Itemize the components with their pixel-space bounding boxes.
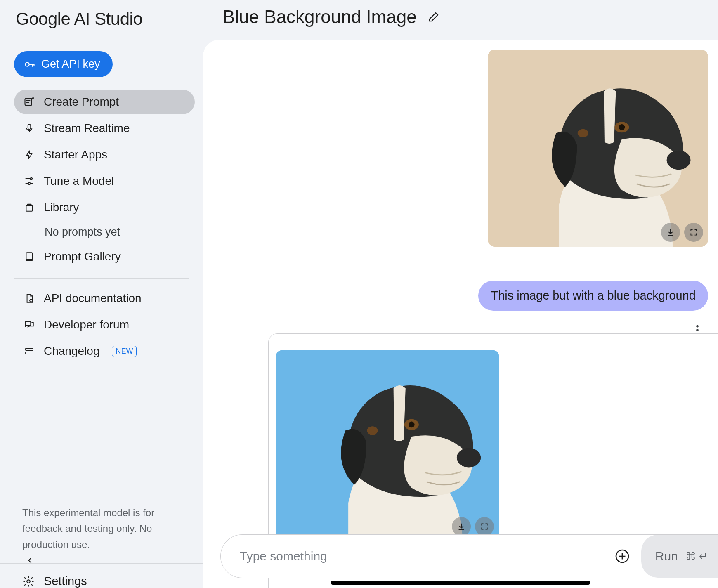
create-prompt-icon: [23, 96, 35, 108]
docs-icon: [23, 293, 35, 304]
svg-rect-5: [26, 206, 32, 211]
download-image-button[interactable]: [661, 223, 680, 242]
svg-point-20: [457, 448, 481, 468]
library-icon: [23, 202, 35, 213]
svg-rect-8: [26, 348, 33, 350]
gallery-icon: [23, 251, 35, 262]
tune-icon: [23, 175, 35, 187]
get-api-key-button[interactable]: Get API key: [14, 51, 113, 77]
user-message-text: This image but with a blue background: [491, 289, 696, 302]
get-api-key-label: Get API key: [41, 58, 100, 71]
run-shortcut: ⌘ ↵: [685, 550, 708, 563]
user-message-bubble: This image but with a blue background: [478, 281, 708, 311]
sidebar-item-library[interactable]: Library: [14, 195, 195, 220]
sidebar-item-tune-model[interactable]: Tune a Model: [14, 169, 195, 194]
svg-point-22: [409, 422, 415, 428]
svg-point-17: [696, 329, 699, 331]
bolt-icon: [23, 149, 35, 161]
sidebar-item-label: Starter Apps: [44, 148, 107, 161]
svg-point-23: [367, 426, 378, 435]
svg-point-4: [28, 183, 31, 185]
prompt-input[interactable]: [240, 549, 603, 563]
sidebar-item-label: Create Prompt: [44, 95, 119, 109]
page-title: Blue Background Image: [223, 7, 417, 27]
sidebar-item-label: Stream Realtime: [44, 122, 130, 135]
user-uploaded-image: [488, 50, 708, 247]
sidebar-item-stream-realtime[interactable]: Stream Realtime: [14, 116, 195, 141]
sidebar-item-starter-apps[interactable]: Starter Apps: [14, 142, 195, 167]
collapse-sidebar-button[interactable]: [23, 553, 37, 567]
sidebar-item-label: Developer forum: [44, 318, 129, 331]
svg-point-3: [30, 178, 32, 180]
key-icon: [24, 59, 35, 70]
composer: Run ⌘ ↵: [220, 534, 718, 578]
sidebar-item-create-prompt[interactable]: Create Prompt: [14, 90, 195, 114]
mic-icon: [23, 123, 35, 134]
svg-point-10: [27, 580, 30, 583]
sidebar-item-changelog[interactable]: Changelog NEW: [14, 339, 195, 364]
svg-point-0: [26, 62, 29, 66]
gear-icon: [22, 575, 35, 588]
sidebar-item-api-docs[interactable]: API documentation: [14, 286, 195, 311]
library-empty-text: No prompts yet: [14, 222, 195, 243]
run-label: Run: [655, 549, 678, 563]
svg-rect-1: [25, 99, 32, 105]
svg-rect-2: [28, 124, 31, 129]
sidebar-item-label: Changelog: [44, 345, 99, 358]
app-logo: Google AI Studio: [0, 5, 203, 42]
expand-image-button[interactable]: [684, 223, 703, 242]
changelog-icon: [23, 346, 35, 356]
new-badge: NEW: [112, 346, 137, 357]
svg-rect-9: [26, 352, 33, 354]
sidebar-item-prompt-gallery[interactable]: Prompt Gallery: [14, 244, 195, 269]
home-indicator: [331, 581, 590, 585]
sidebar: Google AI Studio Get API key Create Prom…: [0, 0, 203, 588]
download-image-button[interactable]: [452, 517, 471, 536]
svg-point-14: [619, 124, 625, 130]
sidebar-item-label: Tune a Model: [44, 175, 114, 188]
svg-point-15: [578, 129, 588, 137]
add-attachment-button[interactable]: [613, 547, 631, 565]
sidebar-item-label: Library: [44, 201, 79, 214]
run-button[interactable]: Run ⌘ ↵: [641, 535, 718, 578]
edit-title-button[interactable]: [427, 11, 440, 23]
chat-panel: This image but with a blue background: [203, 40, 718, 588]
settings-label: Settings: [44, 574, 87, 588]
sidebar-item-label: API documentation: [44, 292, 142, 305]
sidebar-item-label: Prompt Gallery: [44, 250, 121, 263]
svg-point-16: [696, 325, 699, 328]
sidebar-item-developer-forum[interactable]: Developer forum: [14, 312, 195, 337]
model-generated-image: [276, 350, 499, 541]
main-panel: Blue Background Image: [203, 0, 718, 588]
forum-icon: [23, 319, 35, 330]
divider: [14, 278, 189, 279]
expand-image-button[interactable]: [475, 517, 494, 536]
svg-point-12: [667, 151, 691, 170]
